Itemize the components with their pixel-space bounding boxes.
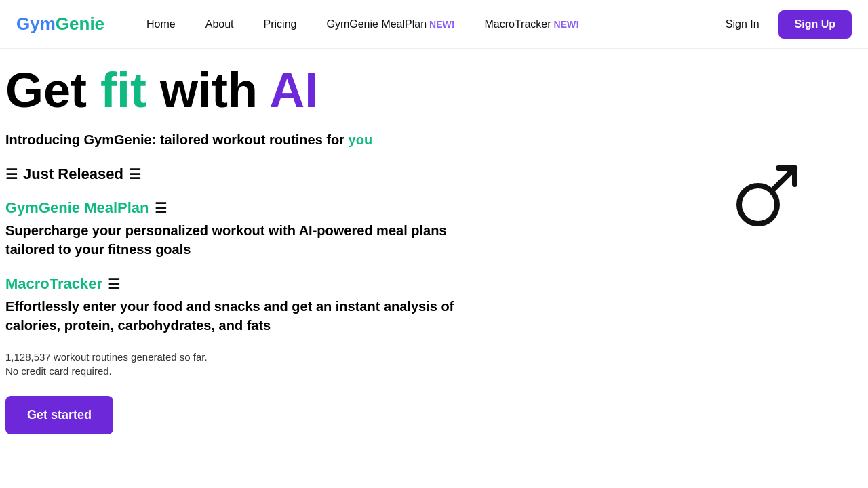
signin-button[interactable]: Sign In bbox=[717, 13, 768, 36]
nav-actions: Sign In Sign Up bbox=[717, 10, 852, 39]
nav-pricing[interactable]: Pricing bbox=[249, 0, 312, 49]
nav-about[interactable]: About bbox=[191, 0, 249, 49]
no-cc-text: No credit card required. bbox=[5, 365, 469, 377]
signup-button[interactable]: Sign Up bbox=[778, 10, 852, 39]
nav-macrotracker[interactable]: MacroTracker NEW! bbox=[469, 0, 593, 49]
logo[interactable]: GymGenie bbox=[16, 14, 104, 35]
macrotracker-title: MacroTracker ☰ bbox=[5, 275, 469, 293]
mealplan-title: GymGenie MealPlan ☰ bbox=[5, 199, 469, 217]
just-released-label: Just Released bbox=[23, 165, 123, 183]
logo-gym: Gym bbox=[16, 14, 56, 35]
menu-icon-left: ☰ bbox=[5, 166, 18, 182]
just-released-banner: ☰ Just Released ☰ bbox=[5, 165, 469, 183]
subtitle-you: you bbox=[349, 132, 373, 147]
macrotracker-title-text: MacroTracker bbox=[5, 275, 102, 293]
hero-subtitle: Introducing GymGenie: tailored workout r… bbox=[5, 130, 469, 149]
feature-mealplan: GymGenie MealPlan ☰ Supercharge your per… bbox=[5, 199, 469, 259]
stats-text: 1,128,537 workout routines generated so … bbox=[5, 351, 469, 363]
male-symbol-icon bbox=[732, 163, 800, 230]
hero-fit: fit bbox=[100, 63, 146, 117]
macrotracker-desc: Effortlessly enter your food and snacks … bbox=[5, 297, 469, 335]
feature-macrotracker: MacroTracker ☰ Effortlessly enter your f… bbox=[5, 275, 469, 335]
navbar: GymGenie Home About Pricing GymGenie Mea… bbox=[0, 0, 868, 49]
nav-links: Home About Pricing GymGenie MealPlan NEW… bbox=[132, 0, 594, 49]
macrotracker-icon: ☰ bbox=[108, 276, 120, 292]
get-started-button[interactable]: Get started bbox=[5, 396, 113, 434]
macrotracker-new-badge: NEW! bbox=[554, 19, 579, 30]
hero-ai: AI bbox=[269, 63, 318, 117]
mealplan-icon: ☰ bbox=[155, 200, 167, 216]
menu-icon-right: ☰ bbox=[129, 166, 141, 182]
mealplan-title-text: GymGenie MealPlan bbox=[5, 199, 149, 217]
mealplan-new-badge: NEW! bbox=[429, 19, 454, 30]
subtitle-main: Introducing GymGenie: tailored workout r… bbox=[5, 132, 349, 147]
hero-with: with bbox=[146, 63, 269, 117]
main-content: Get fit with AI Introducing GymGenie: ta… bbox=[0, 49, 475, 462]
nav-mealplan[interactable]: GymGenie MealPlan NEW! bbox=[311, 0, 469, 49]
hero-title: Get fit with AI bbox=[5, 65, 469, 117]
logo-genie: Genie bbox=[56, 14, 104, 35]
nav-home[interactable]: Home bbox=[132, 0, 191, 49]
mealplan-desc: Supercharge your personalized workout wi… bbox=[5, 221, 469, 259]
hero-get: Get bbox=[5, 63, 100, 117]
svg-line-1 bbox=[772, 168, 795, 190]
